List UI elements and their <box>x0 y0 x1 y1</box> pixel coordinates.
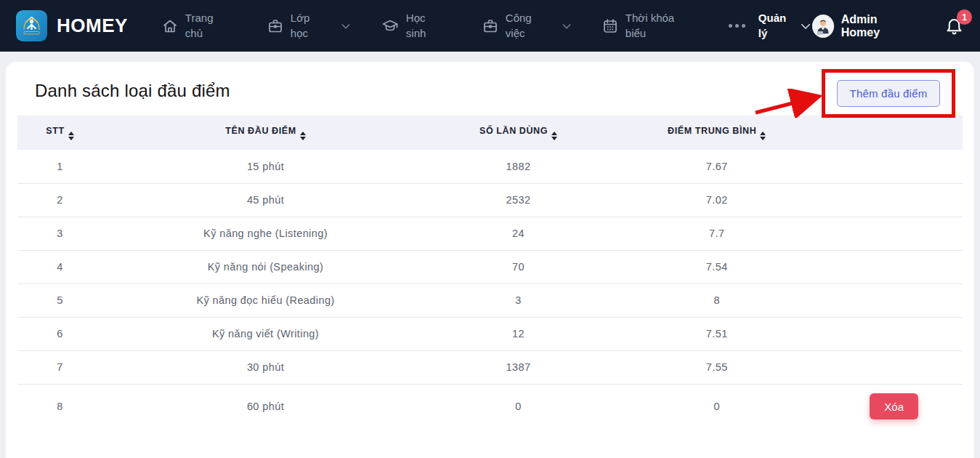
column-header-diem-trung-binh[interactable]: ĐIỂM TRUNG BÌNH <box>608 116 825 150</box>
cell-stt: 6 <box>17 317 102 350</box>
table-row: 6 Kỹ năng viết (Writing) 12 7.51 <box>17 317 963 350</box>
delete-button[interactable]: Xóa <box>870 393 918 419</box>
notification-bell[interactable]: 1 <box>944 16 964 36</box>
column-header-actions <box>825 116 963 150</box>
cell-actions <box>825 317 963 350</box>
table-row: 7 30 phút 1387 7.55 <box>17 350 963 384</box>
user-menu[interactable]: Admin Homey <box>812 13 914 39</box>
score-type-table-wrap: STT TÊN ĐẦU ĐIỂM SỐ LẦN DÙNG ĐIỂM TRUNG … <box>6 116 974 429</box>
cell-avg: 7.55 <box>608 350 825 384</box>
table-row: 3 Kỹ năng nghe (Listening) 24 7.7 <box>17 217 963 250</box>
cell-stt: 4 <box>17 250 102 284</box>
cell-uses: 1882 <box>429 150 608 183</box>
chevron-down-icon[interactable] <box>561 20 572 32</box>
home-icon <box>161 17 179 35</box>
cell-name: 15 phút <box>102 150 429 183</box>
cell-name: Kỹ năng viết (Writing) <box>102 317 429 350</box>
cell-actions <box>825 150 963 183</box>
cell-avg: 8 <box>608 284 825 317</box>
cell-name: 60 phút <box>102 384 429 429</box>
cell-uses: 0 <box>429 384 608 429</box>
sort-icon <box>300 132 306 140</box>
table-row: 1 15 phút 1882 7.67 <box>17 150 963 183</box>
chevron-down-icon[interactable] <box>340 20 352 32</box>
nav-item-label: Trang chủ <box>185 11 220 41</box>
nav-item-label: Lớp học <box>291 11 317 41</box>
ellipsis-icon[interactable] <box>729 24 745 28</box>
briefcase-icon <box>482 17 499 35</box>
nav-item-lop-hoc[interactable]: Lớp học <box>267 11 317 41</box>
notification-badge: 1 <box>957 9 972 25</box>
cell-uses: 3 <box>429 284 608 317</box>
cell-stt: 7 <box>17 350 102 384</box>
cell-stt: 8 <box>17 384 102 429</box>
main-nav: Trang chủ Lớp học Học sinh <box>161 11 812 41</box>
column-header-stt[interactable]: STT <box>17 116 102 150</box>
navbar: HOMEY Trang chủ Lớp học <box>0 0 980 52</box>
chevron-down-icon[interactable] <box>799 20 812 33</box>
cell-uses: 12 <box>429 317 608 350</box>
nav-item-trang-chu[interactable]: Trang chủ <box>161 11 220 41</box>
content-card: Danh sách loại đầu điểm STT TÊN ĐẦU ĐIỂM… <box>6 62 974 458</box>
navbar-right: Admin Homey 1 <box>812 13 964 39</box>
brand[interactable]: HOMEY <box>16 10 128 41</box>
annotation-arrow-icon <box>753 89 825 118</box>
table-row: 4 Kỹ năng nói (Speaking) 70 7.54 <box>17 250 963 284</box>
cell-name: Kỹ năng nghe (Listening) <box>102 217 429 250</box>
homey-logo-icon <box>16 10 47 41</box>
cell-avg: 7.7 <box>608 217 825 250</box>
nav-item-thoi-khoa-bieu[interactable]: Thời khóa biểu <box>602 11 682 41</box>
table-row: 8 60 phút 0 0 Xóa <box>17 384 963 429</box>
graduation-cap-icon <box>381 17 400 35</box>
sort-icon <box>760 132 766 140</box>
cell-stt: 3 <box>17 217 102 250</box>
cell-name: 45 phút <box>102 183 429 217</box>
table-row: 2 45 phút 2532 7.02 <box>17 183 963 217</box>
nav-item-hoc-sinh[interactable]: Học sinh <box>381 11 435 41</box>
nav-item-quan-ly[interactable]: Quản lý <box>758 11 789 41</box>
nav-item-label: Quản lý <box>758 11 789 41</box>
column-header-so-lan-dung[interactable]: SỐ LẦN DÙNG <box>429 116 608 150</box>
annotation-highlight-box: Thêm đầu điểm <box>822 69 955 118</box>
nav-item-label: Thời khóa biểu <box>625 11 682 41</box>
cell-uses: 24 <box>429 217 608 250</box>
user-avatar <box>812 15 834 38</box>
nav-item-label: Công việc <box>506 11 538 41</box>
cell-actions <box>825 284 963 317</box>
cell-avg: 7.02 <box>608 183 825 217</box>
cell-uses: 2532 <box>429 183 608 217</box>
brand-name: HOMEY <box>57 15 128 37</box>
sort-icon <box>551 132 557 140</box>
column-header-ten-dau-diem[interactable]: TÊN ĐẦU ĐIỂM <box>102 116 429 150</box>
cell-actions <box>825 217 963 250</box>
cell-uses: 1387 <box>429 350 608 384</box>
briefcase-icon <box>267 17 284 35</box>
score-type-table: STT TÊN ĐẦU ĐIỂM SỐ LẦN DÙNG ĐIỂM TRUNG … <box>17 116 963 429</box>
cell-avg: 7.54 <box>608 250 825 284</box>
table-row: 5 Kỹ năng đọc hiểu (Reading) 3 8 <box>17 284 963 317</box>
cell-stt: 2 <box>17 183 102 217</box>
table-header-row: STT TÊN ĐẦU ĐIỂM SỐ LẦN DÙNG ĐIỂM TRUNG … <box>17 116 963 150</box>
cell-actions <box>825 183 963 217</box>
sort-icon <box>68 132 74 140</box>
cell-avg: 7.51 <box>608 317 825 350</box>
cell-name: Kỹ năng đọc hiểu (Reading) <box>102 284 429 317</box>
nav-item-cong-viec[interactable]: Công việc <box>482 11 538 41</box>
cell-actions <box>825 350 963 384</box>
cell-uses: 70 <box>429 250 608 284</box>
cell-name: Kỹ năng nói (Speaking) <box>102 250 429 284</box>
cell-actions: Xóa <box>825 384 963 429</box>
calendar-icon <box>602 17 619 35</box>
add-score-type-button[interactable]: Thêm đầu điểm <box>837 80 940 107</box>
user-name: Admin Homey <box>841 13 914 39</box>
cell-actions <box>825 250 963 284</box>
cell-avg: 0 <box>608 384 825 429</box>
cell-stt: 5 <box>17 284 102 317</box>
cell-name: 30 phút <box>102 350 429 384</box>
nav-item-label: Học sinh <box>406 11 435 41</box>
cell-avg: 7.67 <box>608 150 825 183</box>
cell-stt: 1 <box>17 150 102 183</box>
